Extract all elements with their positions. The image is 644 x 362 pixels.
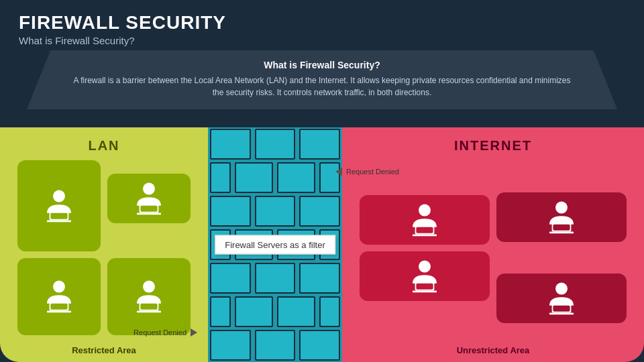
internet-col-left: [360, 160, 490, 335]
brick: [319, 296, 340, 327]
svg-rect-11: [47, 311, 71, 313]
svg-point-16: [419, 204, 431, 216]
lan-icons: [11, 160, 197, 335]
lan-user-3: [17, 258, 101, 336]
brick: [235, 296, 273, 327]
brick: [299, 129, 340, 160]
brick: [299, 196, 340, 227]
internet-request-denied-text: Request Denied: [346, 168, 399, 176]
lan-section: LAN: [0, 127, 208, 362]
brick: [210, 129, 251, 160]
main-title: FIREWALL SECURITY: [19, 12, 625, 34]
brick: [299, 330, 340, 361]
brick: [255, 196, 296, 227]
svg-point-8: [53, 281, 65, 293]
internet-section: INTERNET Request Denied: [342, 127, 644, 362]
internet-user-2: [360, 251, 490, 301]
brick: [255, 129, 296, 160]
brick: [210, 263, 251, 294]
brick: [210, 296, 231, 327]
brick: [210, 196, 251, 227]
info-box-title: What is Firewall Security?: [67, 60, 577, 70]
svg-rect-2: [50, 213, 67, 219]
brick: [255, 263, 296, 294]
svg-rect-15: [137, 311, 161, 313]
brick: [210, 162, 231, 193]
svg-rect-30: [553, 306, 570, 312]
svg-rect-10: [50, 304, 67, 310]
internet-user-4: [496, 274, 627, 323]
brick-row-2: [208, 161, 342, 194]
info-trapezoid: What is Firewall Security? A firewall is…: [27, 50, 617, 109]
internet-request-denied: Request Denied: [335, 168, 399, 176]
brick: [235, 162, 273, 193]
svg-point-20: [419, 260, 431, 272]
brick-row-1: [208, 127, 342, 161]
firewall-label-text: Firewall Servers as a filter: [225, 240, 325, 250]
svg-point-24: [555, 202, 568, 214]
svg-rect-23: [413, 290, 437, 292]
svg-point-0: [53, 190, 65, 202]
internet-col-right: [496, 160, 627, 335]
svg-rect-14: [140, 304, 157, 310]
lan-request-denied: Request Denied: [133, 328, 197, 337]
page-header: FIREWALL SECURITY What is Firewall Secur…: [0, 0, 644, 50]
brick: [319, 162, 340, 193]
svg-point-12: [143, 281, 155, 293]
brick: [277, 296, 315, 327]
svg-rect-22: [416, 283, 433, 289]
svg-rect-3: [47, 220, 71, 222]
brick: [277, 162, 315, 193]
lan-request-denied-text: Request Denied: [133, 328, 186, 337]
internet-arrow-left: [335, 168, 342, 176]
internet-label: INTERNET: [353, 138, 633, 154]
lan-bottom-label: Restricted Area: [0, 345, 208, 355]
brick-row-6: [208, 295, 342, 328]
lan-user-2: [107, 174, 191, 223]
sub-title: What is Firewall Security?: [19, 35, 625, 46]
internet-icons: [353, 160, 633, 335]
svg-rect-27: [549, 232, 574, 234]
svg-rect-7: [137, 213, 161, 215]
brick: [299, 263, 340, 294]
svg-rect-31: [549, 312, 574, 314]
lan-user-1: [17, 160, 101, 251]
brick-row-3: [208, 194, 342, 228]
svg-rect-26: [553, 225, 570, 231]
internet-user-3: [496, 192, 627, 242]
diagram-area: LAN: [0, 127, 644, 362]
internet-user-1: [360, 195, 490, 245]
firewall-label: Firewall Servers as a filter: [215, 235, 335, 255]
svg-rect-18: [416, 227, 433, 233]
svg-point-4: [143, 183, 155, 195]
svg-rect-6: [140, 206, 157, 212]
lan-label: LAN: [11, 138, 197, 154]
firewall-section: Firewall Servers as a filter: [208, 127, 342, 362]
brick: [210, 330, 251, 361]
brick-row-5: [208, 261, 342, 295]
svg-point-28: [555, 282, 568, 294]
lan-user-4: [107, 258, 191, 336]
lan-arrow-right: [191, 328, 197, 337]
internet-bottom-label: Unrestricted Area: [342, 345, 644, 355]
info-box-body: A firewall is a barrier between the Loca…: [67, 74, 577, 99]
brick: [255, 330, 296, 361]
brick-row-7: [208, 328, 342, 362]
svg-rect-19: [413, 234, 437, 236]
